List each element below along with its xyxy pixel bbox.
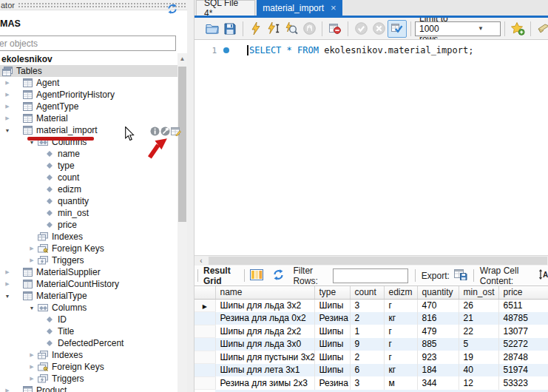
cell[interactable]: кг (384, 364, 417, 377)
cell[interactable]: Резина для зимы 2x3 (215, 376, 314, 390)
cell[interactable]: г (384, 351, 417, 364)
row-selector[interactable] (194, 351, 215, 364)
tree-node-materialsupplier[interactable]: ▶MaterialSupplier (0, 266, 177, 278)
tree-node-foreign-keys[interactable]: ▶Foreign Keys (0, 361, 177, 373)
cell[interactable]: 26 (459, 299, 498, 312)
tree-node-defectedpercent[interactable]: ▶DefectedPercent (0, 337, 177, 349)
cell[interactable]: 885 (417, 338, 459, 351)
column-header-quantity[interactable]: quantity (417, 286, 459, 299)
new-snippet-icon[interactable] (509, 20, 527, 38)
refresh-grid-icon[interactable] (273, 269, 284, 283)
tree-node-price[interactable]: ▶price (0, 219, 177, 231)
expander-icon[interactable]: ▶ (3, 388, 12, 392)
expander-icon[interactable]: ▶ (27, 376, 36, 382)
cell[interactable]: 12 (459, 376, 498, 390)
cell[interactable]: Шипы (314, 351, 350, 364)
row-selector[interactable] (194, 312, 215, 325)
column-header-min_ost[interactable]: min_ost (459, 286, 498, 299)
table-row[interactable]: Резина для зимы 2x3Резина3м3441253323 (194, 376, 548, 390)
cell[interactable]: Шипы (314, 325, 350, 338)
cell[interactable]: м (384, 376, 417, 390)
cell[interactable]: 3 (350, 376, 384, 390)
row-selector[interactable] (194, 338, 215, 351)
open-file-icon[interactable] (203, 20, 221, 38)
tab-sql-file-4[interactable]: SQL File 4* (196, 0, 255, 16)
expander-icon[interactable]: ▼ (27, 305, 36, 311)
commit-icon[interactable] (352, 20, 370, 38)
cell[interactable]: 13077 (498, 325, 548, 338)
expander-icon[interactable]: ▶ (27, 257, 36, 263)
tree-node-agent[interactable]: ▶Agent (0, 77, 177, 89)
cell[interactable]: 53323 (498, 376, 548, 390)
cell[interactable]: 470 (417, 299, 459, 312)
wrap-cell-content-icon[interactable]: A (538, 269, 548, 282)
scroll-left-icon[interactable]: ‹ (196, 256, 206, 266)
cell[interactable]: 52272 (498, 338, 548, 351)
expander-icon[interactable]: ▶ (27, 352, 36, 358)
cell[interactable]: Шипы для льда 3x0 (215, 338, 314, 351)
tree-node-id[interactable]: ▶ID (0, 314, 177, 325)
column-visibility-icon[interactable] (250, 269, 263, 283)
tree-node-indexes[interactable]: ▶Indexes (0, 349, 177, 361)
stop-on-error-icon[interactable] (326, 20, 344, 38)
cell[interactable]: 816 (417, 312, 459, 325)
tree-node-materialtype[interactable]: ▼MaterialType (0, 290, 177, 302)
cell[interactable]: 6 (350, 364, 384, 377)
row-selector[interactable]: ▶ (194, 299, 215, 312)
editor-hscrollbar[interactable]: ‹ (194, 255, 548, 266)
execute-icon[interactable] (247, 20, 265, 38)
row-selector[interactable] (194, 364, 215, 377)
navigator-panel-header[interactable]: ator (0, 0, 188, 10)
limit-rows-dropdown[interactable]: Limit to 1000 rows ▼ (415, 21, 501, 36)
cell[interactable]: 48785 (498, 312, 548, 325)
tree-node-agentpriorityhistory[interactable]: ▶AgentPriorityHistory (0, 89, 177, 101)
tree-node-indexes[interactable]: ▶Indexes (0, 231, 177, 243)
row-selector[interactable] (194, 376, 215, 390)
execute-current-icon[interactable] (265, 20, 283, 38)
cell[interactable]: 184 (417, 364, 459, 377)
cell[interactable]: г (384, 325, 417, 338)
cell[interactable]: Шипы для пустыни 3x2 (215, 351, 314, 364)
tree-node-min-ost[interactable]: ▶min_ost (0, 207, 177, 219)
expander-icon[interactable]: ▶ (3, 281, 12, 287)
expander-icon[interactable]: ▶ (27, 246, 36, 251)
expander-icon[interactable]: ▶ (3, 269, 12, 275)
tree-node-material[interactable]: ▶Material (0, 112, 177, 124)
export-recordset-icon[interactable] (454, 269, 467, 283)
column-header-price[interactable]: price (498, 286, 548, 299)
column-header-type[interactable]: type (314, 286, 350, 299)
column-header-edizm[interactable]: edizm (384, 286, 417, 299)
panel-drag-handle[interactable] (18, 2, 188, 9)
table-row[interactable]: Шипы для льда 3x0Шипы9г885552272 (194, 338, 548, 351)
cell[interactable]: 5 (459, 338, 498, 351)
refresh-schemas-icon[interactable] (167, 4, 177, 16)
expander-icon[interactable]: ▶ (3, 104, 12, 109)
tree-node-foreign-keys[interactable]: ▶Foreign Keys (0, 243, 177, 254)
tree-node-edizm[interactable]: ▶edizm (0, 183, 177, 195)
cell[interactable]: г (384, 338, 417, 351)
sql-code-editor[interactable]: 1 SELECT * FROM ekolesnikov.material_imp… (194, 40, 548, 255)
tree-node-title[interactable]: ▶Title (0, 325, 177, 337)
cell[interactable]: 2 (350, 312, 384, 325)
cell[interactable]: 22 (459, 325, 498, 338)
cell[interactable]: г (384, 299, 417, 312)
cell[interactable]: Резина (314, 376, 350, 390)
cell[interactable]: Шипы для лета 3x1 (215, 364, 314, 377)
cell[interactable]: 479 (417, 325, 459, 338)
hscrollbar-thumb[interactable] (209, 257, 547, 265)
cell[interactable]: 40 (459, 364, 498, 377)
tree-node-materialcounthistory[interactable]: ▶MaterialCountHistory (0, 278, 177, 290)
stop-icon[interactable] (300, 20, 318, 38)
save-icon[interactable] (221, 20, 239, 38)
cell[interactable]: 2 (350, 351, 384, 364)
expander-icon[interactable]: ▶ (3, 80, 12, 86)
expander-icon[interactable]: ▶ (3, 115, 12, 121)
tree-node-count[interactable]: ▶count (0, 172, 177, 183)
beautify-query-icon[interactable] (535, 20, 548, 38)
filter-objects-input[interactable]: er objects (0, 36, 176, 51)
close-tab-icon[interactable]: × (331, 2, 336, 13)
toggle-autocommit-icon[interactable] (388, 20, 407, 38)
tree-node-triggers[interactable]: ▶Triggers (0, 373, 177, 385)
tree-scrollbar[interactable]: ▲ (177, 53, 187, 392)
tree-node-triggers[interactable]: ▶Triggers (0, 254, 177, 266)
